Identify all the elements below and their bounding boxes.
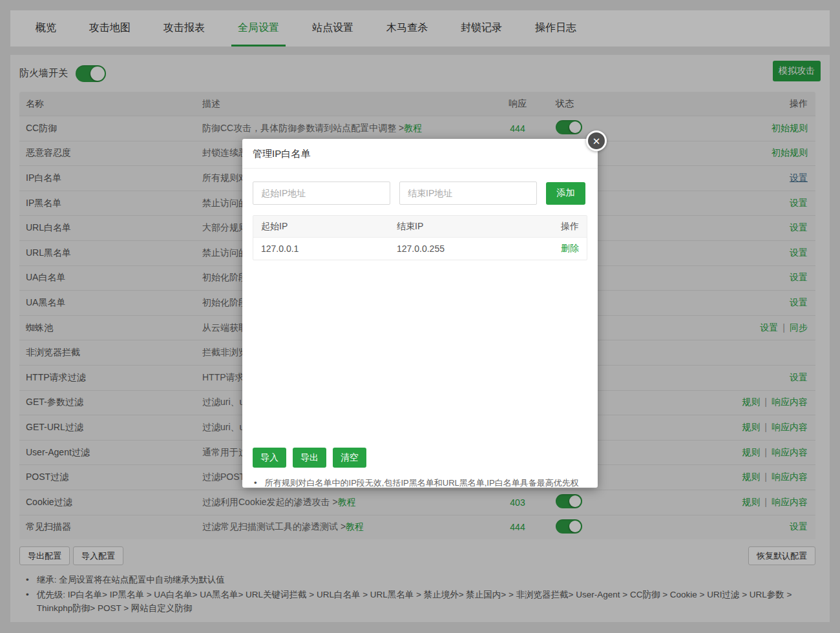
ip-whitelist-modal: ✕ 管理IP白名单 添加 起始IP 结束IP 操作 127.0.0.1 127.… [242,139,598,488]
modal-action-button[interactable]: 导入 [253,448,286,468]
col-header-op: 操作 [541,221,587,233]
ip-input-row: 添加 [253,182,587,205]
start-ip-value: 127.0.0.1 [253,244,397,254]
close-icon[interactable]: ✕ [586,130,607,151]
modal-body: 添加 起始IP 结束IP 操作 127.0.0.1 127.0.0.255 删除… [242,169,598,487]
add-ip-button[interactable]: 添加 [546,182,585,205]
end-ip-input[interactable] [399,182,537,205]
modal-note-text: 所有规则对白名单中的IP段无效,包括IP黑名单和URL黑名单,IP白名单具备最高… [265,477,579,489]
modal-action-button[interactable]: 清空 [333,448,366,468]
bullet-icon: • [254,477,257,489]
ip-table-row: 127.0.0.1 127.0.0.255 删除 [253,237,587,260]
modal-note: • 所有规则对白名单中的IP段无效,包括IP黑名单和URL黑名单,IP白名单具备… [254,477,587,489]
col-header-start-ip: 起始IP [253,221,397,233]
modal-title: 管理IP白名单 [242,139,598,169]
end-ip-value: 127.0.0.255 [397,244,541,254]
ip-table-header: 起始IP 结束IP 操作 [253,216,587,237]
start-ip-input[interactable] [253,182,390,205]
modal-action-buttons: 导入 导出 清空 [253,448,373,468]
delete-link[interactable]: 删除 [561,243,579,253]
modal-action-button[interactable]: 导出 [293,448,326,468]
ip-whitelist-table: 起始IP 结束IP 操作 127.0.0.1 127.0.0.255 删除 [253,215,587,260]
col-header-end-ip: 结束IP [397,221,541,233]
